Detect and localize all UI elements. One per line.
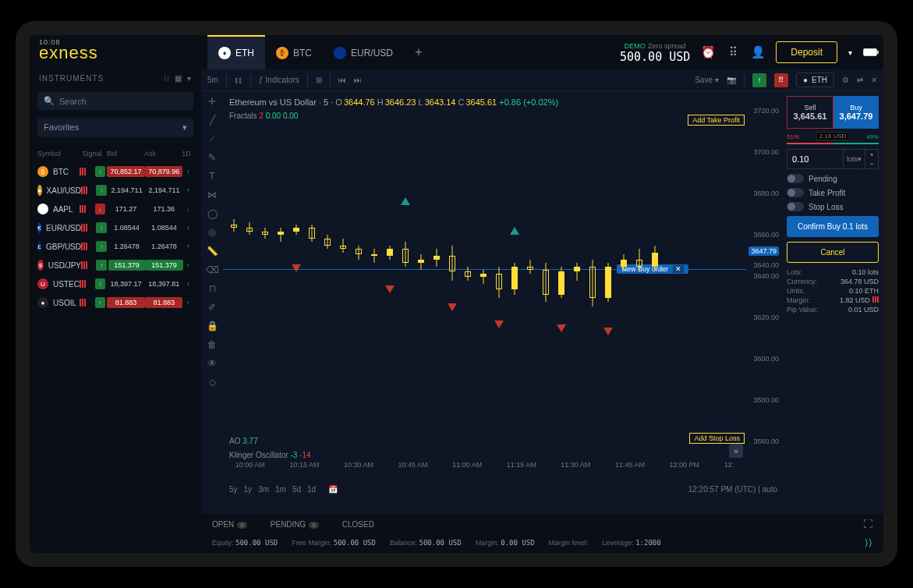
klinger-indicator: Klinger Oscillator -3 -14	[229, 451, 311, 459]
instrument-row[interactable]: AAPL ↓ 171.27 171.36 ↓	[30, 200, 201, 218]
user-icon[interactable]: 👤	[751, 45, 765, 59]
instrument-row[interactable]: ₿BTC ↑ 70,852.17 70,879.96 ↑	[30, 162, 201, 181]
eraser-icon[interactable]: ⌫	[206, 264, 219, 275]
lots-increment[interactable]: +	[865, 150, 878, 159]
timeframe-option[interactable]: 1d	[307, 485, 316, 494]
instrument-row[interactable]: UUSTEC ↑ 18,397.17 18,397.81 ↑	[30, 275, 201, 293]
open-positions-tab[interactable]: OPEN0	[212, 520, 247, 529]
expand-icon[interactable]: »	[729, 444, 743, 458]
spread-value: 2.18 USD	[816, 132, 850, 140]
buy-quick-icon[interactable]: ↑	[752, 73, 766, 87]
apps-icon[interactable]: ⠿	[726, 45, 740, 59]
timeframe-row: 5y1y3m1m5d1d📅	[229, 485, 338, 494]
lots-input[interactable]: lots ▾ + −	[787, 149, 879, 169]
buy-button[interactable]: Buy 3,647.79	[833, 96, 879, 129]
search-field[interactable]	[59, 97, 187, 106]
instrument-row[interactable]: $USD/JPY ↑ 151.379 151.379 ↑	[30, 256, 201, 275]
closed-positions-tab[interactable]: CLOSED	[342, 520, 374, 529]
add-stop-loss-button[interactable]: Add Stop Loss	[689, 433, 745, 444]
text-icon[interactable]: T	[209, 171, 214, 182]
order-panel: Sell 3,645.61 Buy 3,647.79 51% 2.18 USD …	[782, 91, 883, 514]
brush-icon[interactable]: ✎	[208, 152, 216, 163]
cancel-button[interactable]: Cancel	[787, 242, 879, 263]
current-price-tag: 3647.79	[748, 246, 779, 256]
pending-positions-tab[interactable]: PENDING0	[271, 520, 319, 529]
fib-icon[interactable]: ⟋	[207, 133, 217, 144]
settings-icon[interactable]: ⚙	[842, 76, 849, 84]
candle-type-icon[interactable]: ⫿⫿	[235, 76, 242, 84]
fullscreen-icon[interactable]: ⛶	[863, 519, 872, 530]
add-take-profit-button[interactable]: Add Take Profit	[688, 115, 745, 126]
sliders-icon[interactable]: ⇄	[857, 76, 863, 84]
chart-title: Ethereum vs US Dollar · 5 · O3644.76 H36…	[229, 97, 558, 107]
instruments-title: INSTRUMENTS	[39, 74, 104, 83]
indicators-button[interactable]: ƒIndicators	[259, 76, 299, 84]
timeframe-select[interactable]: 5m	[207, 76, 218, 84]
rewind-icon[interactable]: ⏮	[338, 76, 346, 84]
lots-unit-select[interactable]: lots ▾	[843, 150, 865, 168]
diamond-icon[interactable]: ◇	[209, 377, 216, 388]
timeframe-option[interactable]: 5d	[292, 485, 301, 494]
ruler-icon[interactable]: 📏	[207, 246, 218, 257]
symbol-tab[interactable]: €EUR/USD	[323, 35, 404, 69]
instrument-row[interactable]: £GBP/USD ↑ 1.26478 1.26478 ↑	[30, 237, 201, 256]
lots-decrement[interactable]: −	[865, 159, 878, 168]
symbol-tab[interactable]: ₿BTC	[265, 35, 323, 69]
eye-icon[interactable]: 👁	[207, 358, 217, 369]
forward-icon[interactable]: ⏭	[354, 76, 362, 84]
search-input[interactable]: 🔍	[37, 92, 193, 110]
chart-canvas[interactable]: Ethereum vs US Dollar · 5 · O3644.76 H36…	[223, 91, 782, 514]
layout-icon[interactable]: ⊞	[316, 76, 322, 84]
magnet-icon[interactable]: ⊓	[209, 283, 216, 294]
instrument-row[interactable]: ●USOIL ↑ 81.883 81.883 ↑	[30, 293, 201, 312]
camera-icon[interactable]: 📷	[727, 76, 736, 84]
close-panel-icon[interactable]: ✕	[871, 76, 877, 84]
edit-icon[interactable]: ✐	[208, 302, 216, 313]
stop-loss-toggle[interactable]: Stop Loss	[787, 202, 879, 211]
symbol-tab[interactable]: ♦ETH	[207, 35, 265, 69]
lock-icon[interactable]: 🔒	[207, 321, 218, 331]
timeframe-option[interactable]: 3m	[258, 485, 269, 494]
chevron-down-icon[interactable]: ▾	[187, 74, 192, 83]
timeframe-option[interactable]: 1m	[275, 485, 286, 494]
save-button[interactable]: Save ▾	[695, 76, 719, 84]
timeframe-option[interactable]: 1y	[244, 485, 253, 494]
search-icon: 🔍	[44, 96, 55, 106]
device-time: 10:08	[39, 38, 61, 46]
eth-icon: ●	[803, 76, 808, 84]
sidebar: 10:08 exness INSTRUMENTS ⁝⁝ ▦ ▾ 🔍 Favori…	[30, 35, 201, 553]
clock-icon[interactable]: ⏰	[701, 45, 715, 59]
shapes-icon[interactable]: ◯	[207, 208, 218, 219]
confirm-button[interactable]: Confirm Buy 0.1 lots	[787, 216, 879, 237]
pattern-icon[interactable]: ⋈	[207, 190, 217, 200]
list-view-icon[interactable]: ⁝⁝	[164, 74, 170, 83]
account-balance[interactable]: DEMO Zero spread 500.00 USD	[620, 41, 690, 64]
x-axis: 10:00 AM10:15 AM10:30 AM10:45 AM11:00 AM…	[223, 461, 746, 476]
sell-quick-icon[interactable]: ⠿	[774, 73, 788, 87]
feed-icon[interactable]: ⟩⟩	[865, 537, 872, 548]
deposit-button[interactable]: Deposit	[776, 41, 837, 63]
symbol-badge[interactable]: ● ETH	[796, 73, 834, 87]
target-icon[interactable]: ◎	[208, 227, 216, 238]
instrument-row[interactable]: €EUR/USD ↑ 1.08544 1.08544 ↑	[30, 218, 201, 237]
sell-button[interactable]: Sell 3,645.61	[787, 96, 833, 129]
grid-view-icon[interactable]: ▦	[175, 74, 182, 83]
fractals-label: Fractals 2 0.00 0.00	[229, 112, 298, 120]
add-tab-button[interactable]: +	[407, 41, 430, 64]
trash-icon[interactable]: 🗑	[207, 339, 217, 350]
wifi-icon: ▾	[848, 48, 852, 57]
close-icon[interactable]: ✕	[673, 265, 684, 273]
battery-icon	[863, 48, 877, 56]
take-profit-toggle[interactable]: Take Profit	[787, 188, 879, 197]
lots-field[interactable]	[787, 150, 843, 168]
crosshair-icon[interactable]: ✛	[208, 96, 216, 107]
calendar-icon[interactable]: 📅	[328, 485, 338, 494]
pending-toggle[interactable]: Pending	[787, 174, 879, 183]
footer: OPEN0 PENDING0 CLOSED ⛶ Equity: 500.00 U…	[201, 514, 883, 553]
trend-line-icon[interactable]: ╱	[210, 115, 215, 126]
y-axis: 3647.79 3640.00 3720.003700.003680.00366…	[746, 91, 782, 461]
timeframe-option[interactable]: 5y	[229, 485, 238, 494]
favorites-dropdown[interactable]: Favorites ▾	[37, 118, 193, 137]
chart-clock: 12:20:57 PM (UTC) | auto	[688, 485, 777, 494]
instrument-row[interactable]: ●XAU/USD ↑ 2,194.711 2,194.711 ↑	[30, 181, 201, 200]
